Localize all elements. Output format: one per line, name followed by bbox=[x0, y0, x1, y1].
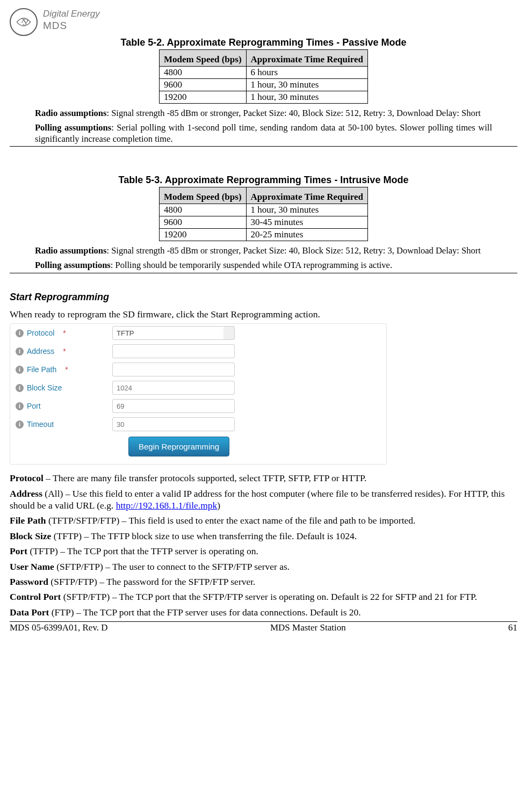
required-star-icon: * bbox=[63, 347, 66, 356]
table-5-2: Modem Speed (bps) Approximate Time Requi… bbox=[159, 49, 368, 104]
table-row: 960030-45 minutes bbox=[160, 216, 368, 229]
begin-reprogramming-button[interactable]: Begin Reprogramming bbox=[128, 437, 229, 456]
def-address: Address (All) – Use this field to enter … bbox=[10, 488, 517, 512]
required-star-icon: * bbox=[65, 365, 68, 374]
polling-assumptions-5-3: Polling assumptions: Polling should be t… bbox=[10, 260, 517, 273]
info-icon: i bbox=[16, 402, 24, 410]
def-controlport: Control Port (SFTP/FTP) – The TCP port t… bbox=[10, 591, 517, 603]
col-header-time: Approximate Time Required bbox=[246, 187, 367, 204]
table-row: 192001 hour, 30 minutes bbox=[160, 91, 368, 104]
brand-text: Digital Energy MDS bbox=[43, 8, 100, 32]
radio-assumptions-5-3: Radio assumptions: Signal strength -85 d… bbox=[10, 245, 517, 257]
table-row: 1920020-25 minutes bbox=[160, 229, 368, 241]
def-port: Port (TFTP) – The TCP port that the TFTP… bbox=[10, 545, 517, 557]
col-header-speed: Modem Speed (bps) bbox=[160, 50, 247, 67]
def-protocol: Protocol – There are many file transfer … bbox=[10, 472, 517, 484]
start-reprogramming-intro: When ready to reprogram the SD firmware,… bbox=[10, 308, 517, 320]
brand-line1: Digital Energy bbox=[43, 8, 100, 19]
filepath-input[interactable] bbox=[112, 363, 235, 376]
blocksize-input[interactable] bbox=[112, 381, 235, 395]
table-row: 48001 hour, 30 minutes bbox=[160, 204, 368, 216]
svg-text:⅋: ⅋ bbox=[20, 17, 29, 27]
ge-logo-icon: ⅋ bbox=[10, 8, 38, 36]
table-5-3: Modem Speed (bps) Approximate Time Requi… bbox=[159, 187, 368, 241]
start-reprogramming-heading: Start Reprogramming bbox=[10, 292, 517, 303]
info-icon: i bbox=[16, 384, 24, 392]
def-blocksize: Block Size (TFTP) – The TFTP block size … bbox=[10, 530, 517, 542]
col-header-speed: Modem Speed (bps) bbox=[160, 187, 247, 204]
address-input[interactable] bbox=[112, 344, 235, 358]
info-icon: i bbox=[16, 366, 24, 374]
address-label: iAddress * bbox=[16, 347, 112, 356]
page-footer: MDS 05-6399A01, Rev. D MDS Master Statio… bbox=[10, 621, 517, 633]
radio-assumptions-5-2: Radio assumptions: Signal strength -85 d… bbox=[10, 108, 517, 119]
info-icon: i bbox=[16, 347, 24, 356]
col-header-time: Approximate Time Required bbox=[246, 50, 367, 67]
info-icon: i bbox=[16, 421, 24, 429]
protocol-select[interactable]: TFTP bbox=[112, 326, 235, 340]
footer-page-num: 61 bbox=[508, 622, 517, 633]
timeout-label: iTimeout bbox=[16, 420, 112, 429]
brand-header: ⅋ Digital Energy MDS bbox=[10, 8, 517, 36]
table-5-3-caption: Table 5-3. Approximate Reprogramming Tim… bbox=[10, 175, 517, 186]
reprogramming-form: iProtocol * TFTP iAddress * iFile Path *… bbox=[10, 323, 387, 465]
footer-doc-id: MDS 05-6399A01, Rev. D bbox=[10, 622, 108, 633]
table-header-row: Modem Speed (bps) Approximate Time Requi… bbox=[160, 50, 368, 67]
required-star-icon: * bbox=[63, 329, 66, 337]
def-dataport: Data Port (FTP) – The TCP port that the … bbox=[10, 606, 517, 618]
timeout-input[interactable] bbox=[112, 417, 235, 431]
brand-line2: MDS bbox=[43, 19, 100, 32]
port-input[interactable] bbox=[112, 399, 235, 413]
port-label: iPort bbox=[16, 402, 112, 410]
def-password: Password (SFTP/FTP) – The password for t… bbox=[10, 576, 517, 588]
example-url-link[interactable]: http://192.168.1.1/file.mpk bbox=[116, 500, 218, 511]
table-header-row: Modem Speed (bps) Approximate Time Requi… bbox=[160, 187, 368, 204]
def-username: User Name (SFTP/FTP) – The user to conne… bbox=[10, 561, 517, 572]
footer-title: MDS Master Station bbox=[270, 622, 346, 633]
protocol-label: iProtocol * bbox=[16, 329, 112, 337]
table-row: 96001 hour, 30 minutes bbox=[160, 79, 368, 91]
blocksize-label: iBlock Size bbox=[16, 383, 112, 392]
def-filepath: File Path (TFTP/SFTP/FTP) – This field i… bbox=[10, 514, 517, 526]
table-5-2-caption: Table 5-2. Approximate Reprogramming Tim… bbox=[10, 37, 517, 48]
table-row: 48006 hours bbox=[160, 67, 368, 79]
info-icon: i bbox=[16, 329, 24, 337]
filepath-label: iFile Path * bbox=[16, 365, 112, 374]
polling-assumptions-5-2: Polling assumptions: Serial polling with… bbox=[10, 122, 517, 147]
